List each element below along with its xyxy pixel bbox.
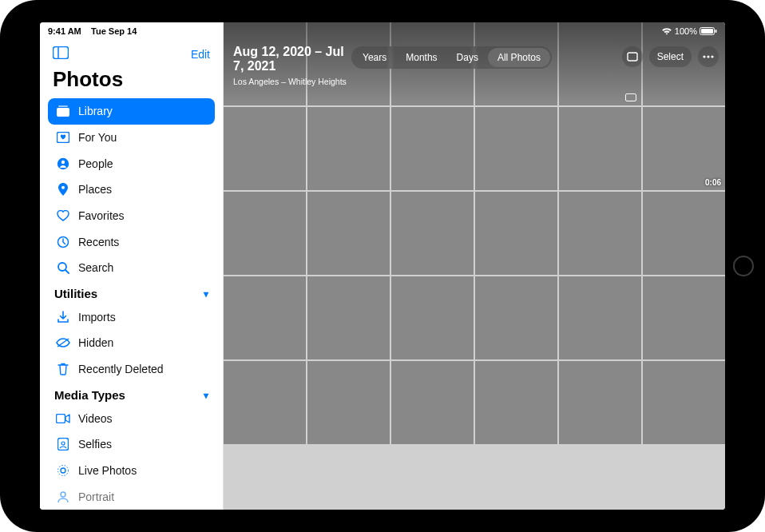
photo-thumb[interactable]: 0:06: [643, 107, 725, 190]
sidebar-item-label: Recently Deleted: [78, 363, 164, 375]
photo-thumb[interactable]: [307, 192, 390, 275]
videos-icon: [56, 414, 70, 423]
video-duration: 0:06: [705, 178, 721, 187]
photo-thumb[interactable]: [391, 192, 474, 275]
svg-point-18: [61, 468, 65, 473]
photo-thumb[interactable]: [224, 192, 306, 275]
sidebar-item-imports[interactable]: Imports: [48, 304, 215, 330]
svg-point-22: [703, 55, 705, 58]
photo-thumb[interactable]: [475, 361, 557, 444]
search-icon: [56, 261, 70, 274]
favorites-icon: [56, 210, 70, 221]
photo-thumb[interactable]: [475, 107, 557, 190]
sidebar-item-label: Favorites: [78, 209, 125, 222]
sidebar-item-portrait[interactable]: Portrait: [48, 483, 215, 510]
svg-rect-6: [58, 105, 68, 107]
photo-thumb[interactable]: [224, 276, 306, 359]
svg-point-9: [61, 160, 65, 163]
select-button[interactable]: Select: [649, 46, 692, 67]
segment-months[interactable]: Months: [396, 48, 446, 67]
panorama-icon: [625, 93, 636, 101]
photo-thumb[interactable]: [559, 192, 641, 275]
svg-rect-21: [628, 53, 637, 61]
photo-thumb[interactable]: [224, 22, 306, 105]
livephotos-icon: [56, 464, 70, 477]
sidebar-item-label: Library: [78, 105, 113, 117]
photo-thumb[interactable]: [643, 361, 725, 444]
photo-thumb[interactable]: [307, 361, 390, 444]
sidebar-item-videos[interactable]: Videos: [48, 405, 215, 431]
svg-rect-15: [57, 414, 65, 423]
svg-point-24: [711, 55, 713, 58]
photo-thumb[interactable]: [307, 107, 390, 190]
svg-point-23: [707, 55, 709, 58]
foryou-icon: [56, 132, 70, 143]
section-title: Media Types: [54, 388, 125, 402]
photo-thumb[interactable]: [391, 276, 474, 359]
sidebar-item-hidden[interactable]: Hidden: [48, 330, 215, 356]
segment-days[interactable]: Days: [447, 48, 488, 67]
aspect-button[interactable]: [622, 46, 643, 67]
sidebar-item-foryou[interactable]: For You: [48, 125, 215, 151]
selfies-icon: [56, 438, 70, 451]
photo-thumb[interactable]: [559, 276, 641, 359]
photo-thumb[interactable]: [224, 361, 306, 444]
sidebar-item-label: For You: [78, 131, 117, 144]
photo-thumb[interactable]: [643, 192, 725, 275]
svg-point-17: [61, 442, 65, 445]
photo-thumb[interactable]: [559, 361, 641, 444]
sidebar-item-label: Recents: [78, 236, 119, 248]
imports-icon: [56, 311, 70, 324]
photo-grid-area: 0:06: [224, 22, 725, 510]
segment-allphotos[interactable]: All Photos: [488, 48, 550, 67]
view-segmented-control[interactable]: Years Months Days All Photos: [351, 46, 552, 69]
sidebar-item-label: Selfies: [78, 438, 112, 451]
sidebar-item-favorites[interactable]: Favorites: [48, 203, 215, 229]
sidebar-item-selfies[interactable]: Selfies: [48, 431, 215, 458]
sidebar-item-label: Videos: [78, 412, 113, 425]
photo-thumb[interactable]: [643, 276, 725, 359]
sidebar-item-livephotos[interactable]: Live Photos: [48, 458, 215, 484]
sidebar-section-utilities[interactable]: Utilities ▾: [48, 280, 215, 304]
photo-thumb[interactable]: [224, 107, 306, 190]
sidebar-section-mediatypes[interactable]: Media Types ▾: [48, 382, 215, 405]
photo-thumb[interactable]: [475, 276, 557, 359]
sidebar: Edit Photos Library For You People Place…: [40, 22, 224, 510]
edit-button[interactable]: Edit: [191, 48, 210, 61]
sidebar-item-recently-deleted[interactable]: Recently Deleted: [48, 356, 215, 383]
library-icon: [56, 105, 70, 117]
svg-rect-5: [57, 108, 69, 117]
trash-icon: [56, 363, 70, 375]
sidebar-title: Photos: [48, 67, 215, 98]
sidebar-item-label: Places: [78, 183, 112, 196]
segment-years[interactable]: Years: [353, 48, 396, 67]
sidebar-item-search[interactable]: Search: [48, 255, 215, 281]
home-button[interactable]: [733, 256, 754, 276]
recents-icon: [56, 236, 70, 248]
photo-thumb[interactable]: [391, 361, 474, 444]
sidebar-item-label: Portrait: [78, 490, 114, 503]
sidebar-item-label: People: [78, 157, 113, 170]
chevron-down-icon: ▾: [204, 390, 208, 401]
sidebar-item-people[interactable]: People: [48, 150, 215, 177]
photo-thumb[interactable]: [391, 107, 474, 190]
portrait-icon: [56, 490, 70, 503]
sidebar-item-library[interactable]: Library: [48, 98, 215, 125]
svg-rect-3: [54, 47, 69, 59]
aspect-icon: [627, 52, 638, 62]
sidebar-item-recents[interactable]: Recents: [48, 228, 215, 255]
sidebar-toggle-icon[interactable]: [53, 46, 69, 62]
svg-rect-16: [58, 439, 69, 451]
chevron-down-icon: ▾: [204, 288, 208, 300]
places-icon: [56, 183, 70, 196]
more-button[interactable]: [698, 46, 719, 67]
sidebar-item-places[interactable]: Places: [48, 177, 215, 203]
photo-thumb[interactable]: [307, 276, 390, 359]
sidebar-item-label: Live Photos: [78, 464, 137, 477]
photo-thumb[interactable]: [559, 107, 641, 190]
hidden-icon: [56, 338, 70, 347]
sidebar-item-label: Hidden: [78, 336, 113, 349]
photo-grid[interactable]: 0:06: [224, 22, 725, 510]
photo-thumb[interactable]: [475, 192, 557, 275]
people-icon: [56, 157, 70, 170]
